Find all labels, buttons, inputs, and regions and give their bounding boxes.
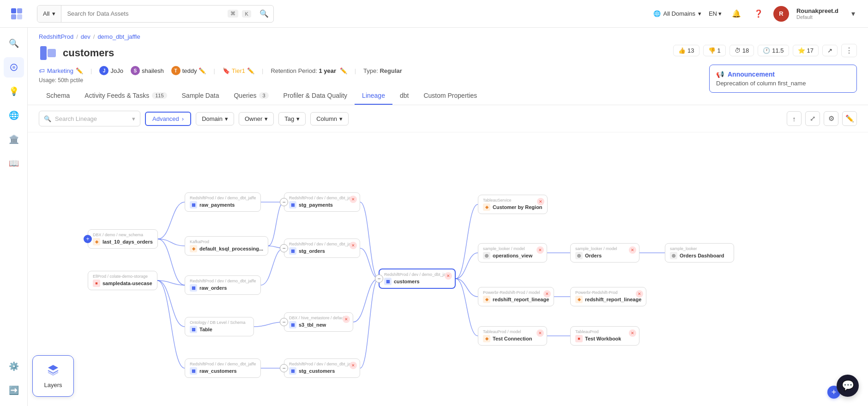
sidebar-item-database[interactable]: 🏛️ bbox=[4, 129, 24, 149]
lineage-node[interactable]: TableauService ◈ Customer by Region ✕ bbox=[478, 195, 548, 214]
breadcrumb-redshift[interactable]: RedshiftProd bbox=[39, 33, 73, 40]
navbar-right: 🌐 All Domains ▾ EN ▾ 🔔 ❓ R Rounakpreet.d… bbox=[653, 6, 861, 22]
export-button[interactable]: ↑ bbox=[787, 111, 802, 126]
advanced-button[interactable]: Advanced › bbox=[145, 112, 191, 126]
lineage-node[interactable]: TableauProd / model ◈ Test Connection ✕ bbox=[478, 326, 547, 346]
lineage-node[interactable]: RedshiftProd / dev / demo_dbt_jaffe ▦ ra… bbox=[185, 192, 261, 212]
edit-tier-icon[interactable]: ✏️ bbox=[247, 67, 254, 74]
tab-schema[interactable]: Schema bbox=[39, 87, 77, 105]
lineage-node[interactable]: TableauProd ■ Test Workbook ✕ bbox=[570, 326, 639, 346]
tab-activity-feeds[interactable]: Activity Feeds & Tasks 115 bbox=[77, 87, 174, 105]
like-button[interactable]: 👍 13 bbox=[673, 45, 699, 56]
lineage-search[interactable]: 🔍 Search Lineage ▾ bbox=[39, 111, 140, 126]
layers-panel[interactable]: Layers bbox=[32, 355, 74, 397]
lineage-node[interactable]: RedshiftProd / dev / demo_dbt_jaffe ▦ st… bbox=[284, 192, 360, 212]
column-filter[interactable]: Column ▾ bbox=[310, 112, 349, 125]
breadcrumb-demo[interactable]: demo_dbt_jaffle bbox=[97, 33, 140, 40]
domain-selector[interactable]: 🌐 All Domains ▾ bbox=[653, 10, 701, 17]
node-source: RedshiftProd / dev / demo_dbt_jaffe bbox=[289, 362, 355, 366]
edit-tag-icon[interactable]: ✏️ bbox=[76, 67, 83, 74]
close-node-button[interactable]: ✕ bbox=[350, 362, 357, 369]
navbar: All ▾ ⌘ K 🔍 🌐 All Domains ▾ EN ▾ 🔔 ❓ R R… bbox=[0, 0, 868, 28]
settings-button[interactable]: ⚙ bbox=[824, 111, 838, 126]
clock-button[interactable]: ⏱ 18 bbox=[729, 45, 754, 56]
lineage-node[interactable]: RedshiftProd / dev / demo_dbt_jaffe ▦ st… bbox=[284, 239, 360, 258]
help-button[interactable]: ❓ bbox=[751, 6, 766, 21]
close-node-button[interactable]: ✕ bbox=[537, 198, 544, 205]
collapse-button[interactable]: − bbox=[280, 318, 288, 326]
sidebar-item-bookmarks[interactable]: 📖 bbox=[4, 153, 24, 173]
app-logo[interactable] bbox=[7, 5, 26, 23]
collapse-left-button[interactable]: − bbox=[375, 275, 383, 283]
notifications-button[interactable]: 🔔 bbox=[729, 6, 744, 21]
collapse-button[interactable]: − bbox=[280, 198, 288, 206]
owner-filter[interactable]: Owner ▾ bbox=[239, 112, 274, 125]
sidebar-item-navigate[interactable]: ➡️ bbox=[4, 380, 24, 400]
marketing-tag[interactable]: 🏷 Marketing ✏️ bbox=[39, 67, 83, 74]
lineage-node[interactable]: DBX / demo / new_schema ◈ last_10_days_o… bbox=[88, 229, 158, 249]
history-button[interactable]: 🕐 11.5 bbox=[758, 45, 789, 56]
lineage-node[interactable]: KafkaProd ◈ default_ksql_processing... bbox=[185, 236, 268, 256]
lineage-node[interactable]: sample_looker / model ◎ Orders ✕ bbox=[570, 243, 639, 263]
close-node-button[interactable]: ✕ bbox=[629, 329, 636, 337]
close-node-button[interactable]: ✕ bbox=[445, 272, 452, 280]
close-node-button[interactable]: ✕ bbox=[636, 290, 643, 298]
search-type-selector[interactable]: All ▾ bbox=[37, 6, 61, 22]
lineage-node[interactable]: sample_looker / model ◎ operations_view … bbox=[478, 243, 547, 263]
edit-users-icon[interactable]: ✏️ bbox=[199, 67, 206, 74]
close-node-button[interactable]: ✕ bbox=[343, 316, 350, 323]
chatbot-button[interactable]: 💬 bbox=[837, 375, 859, 397]
lineage-node[interactable]: RedshiftProd / dev / demo_dbt_jaffe ▦ ra… bbox=[185, 358, 261, 378]
close-node-button[interactable]: ✕ bbox=[350, 196, 357, 203]
close-node-button[interactable]: ✕ bbox=[543, 290, 551, 298]
avatar[interactable]: R bbox=[773, 6, 789, 22]
search-icon[interactable]: 🔍 bbox=[255, 9, 273, 18]
breadcrumb-dev[interactable]: dev bbox=[81, 33, 90, 40]
tab-dbt[interactable]: dbt bbox=[392, 87, 416, 105]
lineage-node[interactable]: RedshiftProd / dev / demo_dbt_jaffe ▦ ra… bbox=[185, 275, 261, 295]
sidebar-item-search[interactable]: 🔍 bbox=[4, 33, 24, 54]
user-jojo[interactable]: J JoJo bbox=[99, 66, 123, 75]
lineage-node[interactable]: RedshiftProd / dev / demo_dbt_jaffe ▦ cu… bbox=[379, 269, 456, 289]
sidebar-item-explore[interactable] bbox=[4, 57, 24, 78]
sidebar-item-insights[interactable]: 💡 bbox=[4, 81, 24, 102]
layers-label: Layers bbox=[44, 382, 62, 388]
tab-custom-properties[interactable]: Custom Properties bbox=[416, 87, 484, 105]
domain-filter[interactable]: Domain ▾ bbox=[196, 112, 234, 125]
search-input[interactable] bbox=[61, 6, 228, 22]
user-shailesh[interactable]: S shailesh bbox=[131, 66, 164, 75]
user-teddy[interactable]: T teddy ✏️ bbox=[171, 66, 206, 75]
close-node-button[interactable]: ✕ bbox=[536, 329, 544, 337]
user-info[interactable]: Rounakpreet.d Default bbox=[796, 7, 838, 20]
close-node-button[interactable]: ✕ bbox=[350, 242, 357, 249]
tier-tag[interactable]: 🔖 Tier1 ✏️ bbox=[223, 67, 254, 74]
lineage-node[interactable]: Powerbr-Redshift-Prod / model ◈ redshift… bbox=[478, 287, 554, 306]
tag-filter[interactable]: Tag ▾ bbox=[278, 112, 306, 125]
sidebar-item-settings[interactable]: ⚙️ bbox=[4, 356, 24, 376]
lineage-node[interactable]: RedshiftProd / dev / demo_dbt_jaffe ▦ st… bbox=[284, 358, 360, 378]
collapse-button[interactable]: − bbox=[280, 364, 288, 372]
tab-queries[interactable]: Queries 3 bbox=[226, 87, 276, 105]
collapse-button[interactable]: − bbox=[280, 244, 288, 252]
edit-lineage-button[interactable]: ✏️ bbox=[842, 111, 857, 126]
edit-retention-icon[interactable]: ✏️ bbox=[340, 67, 347, 74]
user-menu-chevron[interactable]: ▾ bbox=[846, 6, 861, 21]
language-selector[interactable]: EN ▾ bbox=[709, 10, 722, 17]
close-node-button[interactable]: ✕ bbox=[629, 246, 636, 254]
more-actions-button[interactable]: ⋮ bbox=[841, 44, 857, 57]
lineage-node[interactable]: DBX / hive_metastore / default ▦ s3_tbl_… bbox=[284, 312, 353, 332]
lineage-node[interactable]: Powerbr-Redshift-Prod ◈ redshift_report_… bbox=[570, 287, 646, 306]
dislike-button[interactable]: 👎 1 bbox=[703, 45, 726, 56]
lineage-node[interactable]: EllProd / colate-demo-storage ■ sampleda… bbox=[88, 271, 157, 290]
lineage-node[interactable]: sample_looker ◎ Orders Dashboard bbox=[665, 243, 734, 263]
tab-profiler[interactable]: Profiler & Data Quality bbox=[276, 87, 355, 105]
tab-sample-data[interactable]: Sample Data bbox=[175, 87, 227, 105]
expand-left-button[interactable]: + bbox=[84, 235, 92, 243]
tab-lineage[interactable]: Lineage bbox=[355, 87, 392, 105]
star-button[interactable]: ⭐ 17 bbox=[793, 45, 819, 56]
lineage-node[interactable]: Ontology / DB Level / Schema ▦ Table bbox=[185, 317, 254, 336]
fullscreen-button[interactable]: ⤢ bbox=[805, 111, 820, 126]
close-node-button[interactable]: ✕ bbox=[536, 246, 544, 254]
sidebar-item-globe[interactable]: 🌐 bbox=[4, 105, 24, 125]
share-button[interactable]: ↗ bbox=[822, 45, 838, 56]
